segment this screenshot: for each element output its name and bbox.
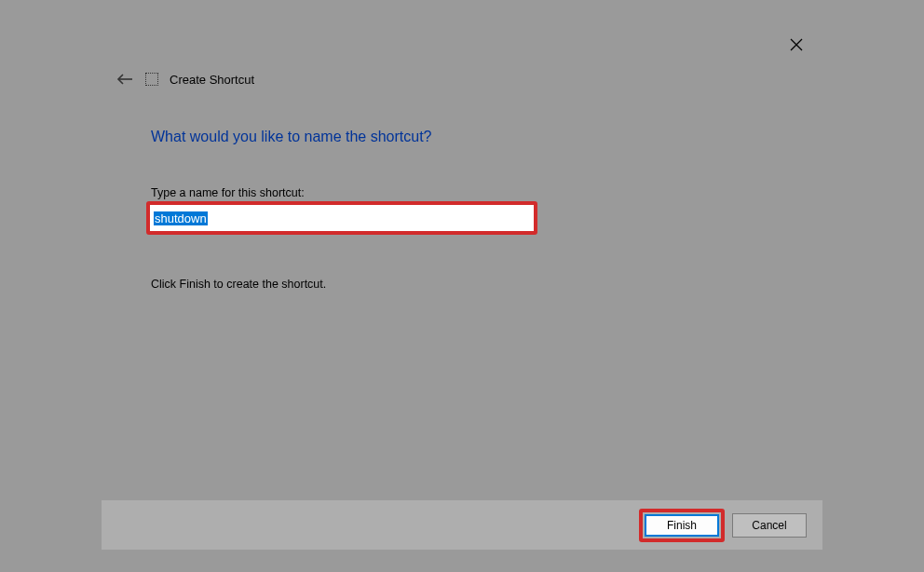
dialog-heading: What would you like to name the shortcut… (151, 129, 432, 145)
back-arrow-icon (116, 73, 133, 86)
instruction-text: Click Finish to create the shortcut. (151, 278, 326, 291)
shortcut-name-input-highlight: shutdown (146, 201, 537, 235)
close-button[interactable] (784, 33, 808, 57)
shortcut-name-label: Type a name for this shortcut: (151, 186, 305, 199)
create-shortcut-dialog: Create Shortcut What would you like to n… (102, 28, 822, 550)
shortcut-name-input[interactable]: shutdown (154, 211, 208, 225)
back-button[interactable] (116, 70, 134, 89)
cancel-button[interactable]: Cancel (732, 513, 807, 538)
button-bar: Finish Cancel (102, 500, 822, 550)
shortcut-icon (145, 73, 158, 86)
close-icon (790, 38, 803, 51)
finish-button-highlight: Finish (639, 509, 725, 542)
dialog-title: Create Shortcut (170, 73, 254, 87)
finish-button[interactable]: Finish (645, 514, 719, 537)
dialog-header: Create Shortcut (116, 70, 254, 89)
